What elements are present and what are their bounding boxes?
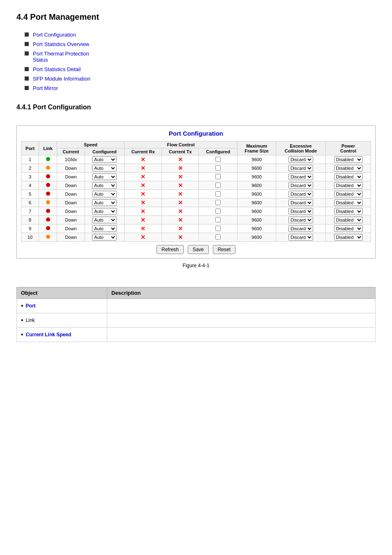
speed-configured-select[interactable]: Auto10Mfdx10Mhdx100Mfdx100Mhdx1Gfdx xyxy=(92,217,117,223)
power-select[interactable]: DisabledActiPHYPerfectReachActiPHY+Perfe… xyxy=(334,173,363,180)
flow-configured-checkbox[interactable] xyxy=(215,183,221,188)
speed-configured-select[interactable]: Auto10Mfdx10Mhdx100Mfdx100Mhdx1Gfdx xyxy=(92,191,117,197)
flow-configured-checkbox[interactable] xyxy=(215,157,221,162)
flow-configured-cell[interactable] xyxy=(199,173,238,181)
power-cell[interactable]: DisabledActiPHYPerfectReachActiPHY+Perfe… xyxy=(326,199,371,207)
flow-configured-cell[interactable] xyxy=(199,207,238,216)
collision-select[interactable]: DiscardRestart xyxy=(288,225,313,232)
collision-select[interactable]: DiscardRestart xyxy=(288,165,313,171)
speed-configured-select[interactable]: Auto10Mfdx10Mhdx100Mfdx100Mhdx1Gfdx xyxy=(92,225,117,232)
nav-link-port-thermal-protection[interactable]: Port Thermal ProtectionStatus xyxy=(33,51,89,63)
collision-cell[interactable]: DiscardRestart xyxy=(276,173,325,181)
speed-configured-select[interactable]: Auto10Mfdx10Mhdx100Mfdx100Mhdx1Gfdx xyxy=(92,208,117,215)
collision-select[interactable]: DiscardRestart xyxy=(288,199,313,206)
nav-link-port-configuration[interactable]: Port Configuration xyxy=(33,32,76,38)
power-select[interactable]: DisabledActiPHYPerfectReachActiPHY+Perfe… xyxy=(334,191,363,197)
power-select[interactable]: DisabledActiPHYPerfectReachActiPHY+Perfe… xyxy=(334,234,363,240)
collision-select[interactable]: DiscardRestart xyxy=(288,191,313,197)
power-cell[interactable]: DisabledActiPHYPerfectReachActiPHY+Perfe… xyxy=(326,207,371,216)
flow-configured-checkbox[interactable] xyxy=(215,208,221,214)
speed-configured-select[interactable]: Auto10Mfdx10Mhdx100Mfdx100Mhdx1Gfdx xyxy=(92,173,117,180)
bullet-icon xyxy=(25,42,29,46)
nav-item-port-mirror[interactable]: Port Mirror xyxy=(25,85,376,91)
nav-item-port-configuration[interactable]: Port Configuration xyxy=(25,32,376,38)
speed-configured-cell[interactable]: Auto10Mfdx10Mhdx100Mfdx100Mhdx1Gfdx xyxy=(85,233,124,242)
collision-cell[interactable]: DiscardRestart xyxy=(276,199,325,207)
flow-configured-cell[interactable] xyxy=(199,190,238,199)
speed-configured-cell[interactable]: Auto10Mfdx10Mhdx100Mfdx100Mhdx1Gfdx xyxy=(85,155,124,164)
desc-object-cell: •Current Link Speed xyxy=(17,328,107,342)
speed-configured-cell[interactable]: Auto10Mfdx10Mhdx100Mfdx100Mhdx1Gfdx xyxy=(85,173,124,181)
power-select[interactable]: DisabledActiPHYPerfectReachActiPHY+Perfe… xyxy=(334,165,363,171)
collision-select[interactable]: DiscardRestart xyxy=(288,208,313,215)
flow-configured-checkbox[interactable] xyxy=(215,165,221,171)
speed-configured-select[interactable]: Auto10Mfdx10Mhdx100Mfdx100Mhdx1Gfdx xyxy=(92,156,117,163)
collision-cell[interactable]: DiscardRestart xyxy=(276,216,325,224)
speed-configured-select[interactable]: Auto10Mfdx10Mhdx100Mfdx100Mhdx1Gfdx xyxy=(92,199,117,206)
collision-select[interactable]: DiscardRestart xyxy=(288,182,313,189)
collision-select[interactable]: DiscardRestart xyxy=(288,173,313,180)
power-cell[interactable]: DisabledActiPHYPerfectReachActiPHY+Perfe… xyxy=(326,173,371,181)
collision-cell[interactable]: DiscardRestart xyxy=(276,207,325,216)
collision-cell[interactable]: DiscardRestart xyxy=(276,233,325,242)
flow-configured-cell[interactable] xyxy=(199,224,238,233)
table-row: 9DownAuto10Mfdx10Mhdx100Mfdx100Mhdx1Gfdx… xyxy=(21,224,371,233)
power-cell[interactable]: DisabledActiPHYPerfectReachActiPHY+Perfe… xyxy=(326,181,371,190)
nav-link-sfp-module[interactable]: SFP Module Information xyxy=(33,76,90,82)
speed-configured-cell[interactable]: Auto10Mfdx10Mhdx100Mfdx100Mhdx1Gfdx xyxy=(85,181,124,190)
flow-configured-checkbox[interactable] xyxy=(215,226,221,231)
speed-configured-select[interactable]: Auto10Mfdx10Mhdx100Mfdx100Mhdx1Gfdx xyxy=(92,234,117,240)
collision-select[interactable]: DiscardRestart xyxy=(288,234,313,240)
flow-configured-checkbox[interactable] xyxy=(215,234,221,240)
refresh-button[interactable]: Refresh xyxy=(157,245,184,254)
collision-cell[interactable]: DiscardRestart xyxy=(276,164,325,173)
collision-cell[interactable]: DiscardRestart xyxy=(276,190,325,199)
flow-configured-checkbox[interactable] xyxy=(215,217,221,222)
power-select[interactable]: DisabledActiPHYPerfectReachActiPHY+Perfe… xyxy=(334,208,363,215)
flow-tx-cell: ✕ xyxy=(162,233,199,242)
flow-configured-checkbox[interactable] xyxy=(215,191,221,197)
power-select[interactable]: DisabledActiPHYPerfectReachActiPHY+Perfe… xyxy=(334,199,363,206)
speed-configured-cell[interactable]: Auto10Mfdx10Mhdx100Mfdx100Mhdx1Gfdx xyxy=(85,207,124,216)
power-select[interactable]: DisabledActiPHYPerfectReachActiPHY+Perfe… xyxy=(334,217,363,223)
power-cell[interactable]: DisabledActiPHYPerfectReachActiPHY+Perfe… xyxy=(326,216,371,224)
power-cell[interactable]: DisabledActiPHYPerfectReachActiPHY+Perfe… xyxy=(326,164,371,173)
collision-cell[interactable]: DiscardRestart xyxy=(276,181,325,190)
speed-configured-select[interactable]: Auto10Mfdx10Mhdx100Mfdx100Mhdx1Gfdx xyxy=(92,165,117,171)
collision-cell[interactable]: DiscardRestart xyxy=(276,224,325,233)
speed-configured-select[interactable]: Auto10Mfdx10Mhdx100Mfdx100Mhdx1Gfdx xyxy=(92,182,117,189)
flow-configured-checkbox[interactable] xyxy=(215,200,221,205)
collision-select[interactable]: DiscardRestart xyxy=(288,156,313,163)
nav-item-port-thermal-protection[interactable]: Port Thermal ProtectionStatus xyxy=(25,51,376,63)
power-cell[interactable]: DisabledActiPHYPerfectReachActiPHY+Perfe… xyxy=(326,155,371,164)
nav-item-port-statistics-overview[interactable]: Port Statistics Overview xyxy=(25,41,376,47)
flow-configured-checkbox[interactable] xyxy=(215,174,221,179)
flow-configured-cell[interactable] xyxy=(199,199,238,207)
power-select[interactable]: DisabledActiPHYPerfectReachActiPHY+Perfe… xyxy=(334,182,363,189)
power-select[interactable]: DisabledActiPHYPerfectReachActiPHY+Perfe… xyxy=(334,156,363,163)
nav-link-port-mirror[interactable]: Port Mirror xyxy=(33,85,58,91)
speed-configured-cell[interactable]: Auto10Mfdx10Mhdx100Mfdx100Mhdx1Gfdx xyxy=(85,190,124,199)
speed-configured-cell[interactable]: Auto10Mfdx10Mhdx100Mfdx100Mhdx1Gfdx xyxy=(85,164,124,173)
flow-configured-cell[interactable] xyxy=(199,216,238,224)
flow-configured-cell[interactable] xyxy=(199,164,238,173)
collision-cell[interactable]: DiscardRestart xyxy=(276,155,325,164)
reset-button[interactable]: Reset xyxy=(213,245,235,254)
nav-item-port-statistics-detail[interactable]: Port Statistics Detail xyxy=(25,66,376,72)
speed-configured-cell[interactable]: Auto10Mfdx10Mhdx100Mfdx100Mhdx1Gfdx xyxy=(85,199,124,207)
flow-configured-cell[interactable] xyxy=(199,181,238,190)
flow-configured-cell[interactable] xyxy=(199,155,238,164)
save-button[interactable]: Save xyxy=(188,245,209,254)
power-cell[interactable]: DisabledActiPHYPerfectReachActiPHY+Perfe… xyxy=(326,190,371,199)
speed-configured-cell[interactable]: Auto10Mfdx10Mhdx100Mfdx100Mhdx1Gfdx xyxy=(85,216,124,224)
nav-link-port-statistics-detail[interactable]: Port Statistics Detail xyxy=(33,66,81,72)
power-cell[interactable]: DisabledActiPHYPerfectReachActiPHY+Perfe… xyxy=(326,233,371,242)
flow-configured-cell[interactable] xyxy=(199,233,238,242)
collision-select[interactable]: DiscardRestart xyxy=(288,217,313,223)
speed-configured-cell[interactable]: Auto10Mfdx10Mhdx100Mfdx100Mhdx1Gfdx xyxy=(85,224,124,233)
flow-rx-cell: ✕ xyxy=(124,233,162,242)
nav-link-port-statistics-overview[interactable]: Port Statistics Overview xyxy=(33,41,89,47)
power-select[interactable]: DisabledActiPHYPerfectReachActiPHY+Perfe… xyxy=(334,225,363,232)
power-cell[interactable]: DisabledActiPHYPerfectReachActiPHY+Perfe… xyxy=(326,224,371,233)
nav-item-sfp-module[interactable]: SFP Module Information xyxy=(25,76,376,82)
